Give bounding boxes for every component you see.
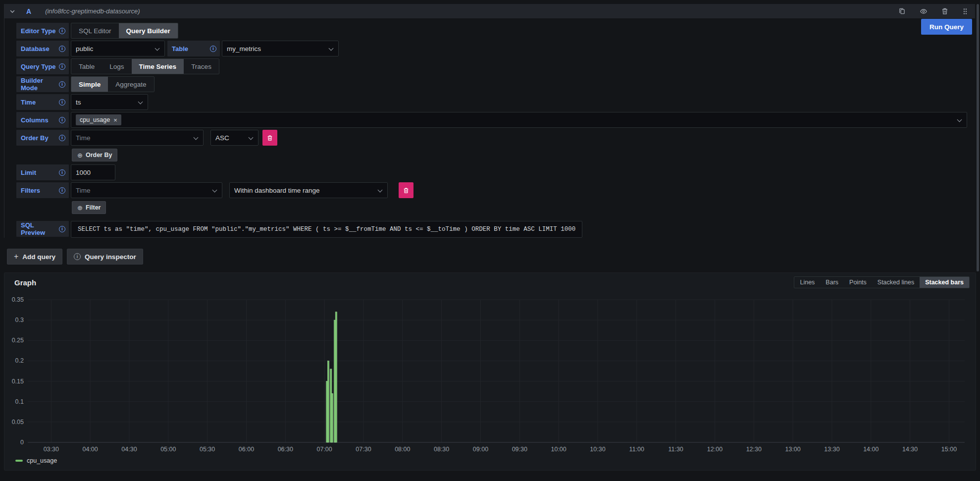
editor-type-option-sql-editor[interactable]: SQL Editor [71, 23, 119, 38]
add-filter-button[interactable]: ⊕ Filter [72, 201, 106, 214]
query-type-toggle: Table Logs Time Series Traces [71, 58, 219, 74]
add-order-by-label: Order By [86, 152, 112, 159]
editor-type-row: Editor Type i SQL Editor Query Builder [16, 23, 967, 39]
query-body: Run Query Editor Type i SQL Editor Query… [4, 18, 975, 238]
builder-mode-option-simple[interactable]: Simple [71, 77, 108, 92]
order-by-row: Order By i Time ASC [16, 130, 967, 146]
svg-text:13:30: 13:30 [824, 446, 839, 453]
editor-type-toggle: SQL Editor Query Builder [71, 23, 178, 39]
plus-icon: + [14, 252, 18, 261]
run-query-button[interactable]: Run Query [921, 19, 972, 35]
builder-mode-option-aggregate[interactable]: Aggregate [108, 77, 154, 92]
info-icon[interactable]: i [59, 169, 65, 176]
info-icon[interactable]: i [59, 28, 65, 34]
limit-label: Limit i [16, 164, 69, 180]
plus-circle-icon: ⊕ [77, 204, 83, 212]
chevron-down-icon [138, 100, 143, 105]
time-column-select[interactable]: ts [71, 94, 148, 110]
query-type-option-logs[interactable]: Logs [102, 59, 131, 74]
scrollbar[interactable] [977, 4, 979, 271]
info-circle-icon: i [74, 253, 81, 260]
svg-text:0.1: 0.1 [15, 398, 24, 405]
query-type-label: Query Type i [16, 58, 69, 74]
query-inspector-button[interactable]: i Query inspector [67, 249, 143, 265]
svg-text:04:30: 04:30 [121, 446, 137, 453]
svg-text:09:00: 09:00 [473, 446, 488, 453]
add-order-by-button[interactable]: ⊕ Order By [72, 149, 117, 161]
database-label: Database i [16, 41, 69, 56]
columns-multiselect[interactable]: cpu_usage × [71, 112, 967, 128]
order-by-field-select[interactable]: Time [71, 130, 204, 146]
info-icon[interactable]: i [59, 135, 65, 141]
filters-label: Filters i [16, 182, 69, 198]
time-series-chart[interactable]: 00.050.10.150.20.250.30.3503:3004:0004:3… [10, 292, 971, 456]
info-icon[interactable]: i [59, 63, 65, 70]
limit-row: Limit i 1000 [16, 164, 967, 180]
svg-text:07:30: 07:30 [356, 446, 371, 453]
table-label-text: Table [172, 45, 188, 53]
duplicate-query-icon[interactable] [898, 7, 906, 15]
svg-text:11:30: 11:30 [668, 446, 683, 453]
chevron-down-icon [193, 135, 199, 141]
database-label-text: Database [21, 45, 50, 53]
limit-input[interactable]: 1000 [71, 164, 115, 180]
svg-text:14:30: 14:30 [902, 446, 918, 453]
drag-handle-icon[interactable] [962, 7, 968, 15]
sql-preview-label-text: SQL Preview [21, 221, 59, 236]
remove-order-by-button[interactable] [262, 130, 277, 146]
query-ref-id: A [26, 7, 31, 15]
tab-stacked-lines[interactable]: Stacked lines [872, 277, 920, 288]
chevron-down-icon [155, 46, 160, 52]
filter-condition-select[interactable]: Within dashboard time range [229, 182, 388, 198]
tab-stacked-bars[interactable]: Stacked bars [920, 277, 969, 288]
add-query-button[interactable]: + Add query [7, 249, 62, 265]
info-icon[interactable]: i [59, 81, 65, 88]
query-type-option-table[interactable]: Table [71, 59, 102, 74]
editor-type-option-query-builder[interactable]: Query Builder [119, 23, 178, 38]
svg-text:05:30: 05:30 [200, 446, 215, 453]
builder-mode-row: Builder Mode i Simple Aggregate [16, 76, 967, 92]
time-row: Time i ts [16, 94, 967, 110]
collapse-chevron-icon[interactable] [9, 8, 15, 14]
table-value: my_metrics [227, 45, 261, 53]
filter-field-select[interactable]: Time [71, 182, 222, 198]
order-direction-select[interactable]: ASC [210, 130, 258, 146]
add-filter-label: Filter [86, 204, 101, 211]
info-icon[interactable]: i [59, 99, 65, 106]
query-inspector-label: Query inspector [85, 253, 136, 261]
info-icon[interactable]: i [59, 226, 65, 232]
svg-text:08:00: 08:00 [395, 446, 410, 453]
remove-filter-button[interactable] [399, 182, 413, 198]
chart-legend: cpu_usage [15, 457, 970, 464]
columns-label: Columns i [16, 112, 69, 128]
builder-mode-toggle: Simple Aggregate [71, 76, 155, 92]
order-direction-value: ASC [215, 134, 229, 142]
svg-text:06:30: 06:30 [278, 446, 293, 453]
svg-text:10:30: 10:30 [590, 446, 605, 453]
svg-text:0: 0 [20, 439, 24, 446]
remove-tag-icon[interactable]: × [113, 116, 117, 124]
info-icon[interactable]: i [59, 46, 65, 52]
tab-lines[interactable]: Lines [794, 277, 820, 288]
graph-panel-header: Graph Lines Bars Points Stacked lines St… [10, 276, 970, 289]
query-type-option-time-series[interactable]: Time Series [132, 59, 184, 74]
query-header[interactable]: A (info8fcc-greptimedb-datasource) [4, 4, 975, 18]
tab-points[interactable]: Points [844, 277, 872, 288]
chevron-down-icon [377, 188, 383, 193]
tab-bars[interactable]: Bars [820, 277, 844, 288]
table-select[interactable]: my_metrics [222, 41, 339, 56]
query-type-option-traces[interactable]: Traces [184, 59, 219, 74]
plus-circle-icon: ⊕ [77, 152, 83, 159]
remove-query-trash-icon[interactable] [941, 7, 948, 15]
info-icon[interactable]: i [59, 117, 65, 123]
query-type-label-text: Query Type [21, 63, 56, 70]
sql-preview-code: SELECT ts as "time", cpu_usage FROM "pub… [71, 221, 582, 238]
legend-series-name[interactable]: cpu_usage [27, 457, 57, 464]
info-icon[interactable]: i [210, 46, 216, 52]
svg-text:03:30: 03:30 [44, 446, 59, 453]
svg-text:0.3: 0.3 [15, 317, 24, 323]
database-select[interactable]: public [71, 41, 165, 56]
info-icon[interactable]: i [59, 187, 65, 194]
order-by-field-value: Time [76, 134, 91, 142]
hide-response-eye-icon[interactable] [920, 7, 928, 15]
